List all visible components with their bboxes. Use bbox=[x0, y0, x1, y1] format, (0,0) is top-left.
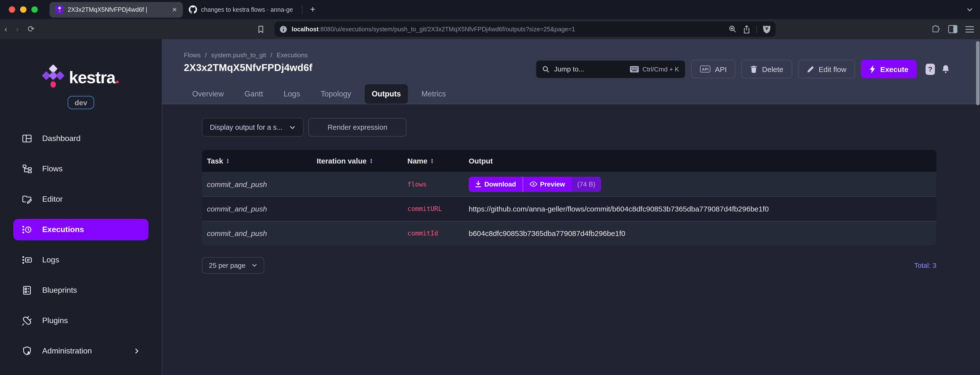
sidebar-item-dashboard[interactable]: Dashboard bbox=[13, 128, 148, 149]
zoom-window-button[interactable] bbox=[31, 6, 38, 13]
breadcrumb-separator: / bbox=[270, 51, 272, 59]
tab-divider bbox=[302, 5, 302, 14]
edit-flow-button[interactable]: Edit flow bbox=[798, 60, 855, 78]
chevron-down-icon bbox=[290, 124, 296, 130]
brave-shield-icon[interactable] bbox=[763, 25, 771, 33]
sort-icon[interactable]: ▲▼ bbox=[369, 158, 373, 164]
task-cell: commit_and_push bbox=[207, 229, 317, 237]
api-icon: API bbox=[700, 66, 710, 73]
bookmark-icon[interactable] bbox=[257, 25, 265, 33]
url-bar[interactable]: localhost:8080/ui/executions/system/push… bbox=[275, 22, 776, 37]
sidebar-item-flows[interactable]: Flows bbox=[13, 158, 148, 180]
lightning-bolt-icon bbox=[869, 65, 876, 73]
column-header-output: Output bbox=[469, 157, 931, 165]
preview-button[interactable]: Preview bbox=[522, 177, 571, 191]
column-header-name[interactable]: Name ▲▼ bbox=[407, 157, 469, 165]
extensions-icon[interactable] bbox=[931, 24, 940, 34]
browser-tab-strip: 2X3x2TMqX5NfvFPDj4wd6f | ✕ changes to ke… bbox=[0, 0, 980, 19]
tab-gantt[interactable]: Gantt bbox=[237, 84, 270, 104]
file-size-badge: (74 B) bbox=[571, 177, 601, 191]
sort-icon[interactable]: ▲▼ bbox=[430, 158, 434, 164]
zoom-page-icon[interactable] bbox=[729, 25, 737, 33]
api-button[interactable]: API API bbox=[691, 60, 735, 78]
table-row: commit_and_push commitId b604c8dfc90853b… bbox=[202, 221, 936, 245]
editor-icon bbox=[22, 194, 32, 205]
tab-topology[interactable]: Topology bbox=[314, 84, 358, 104]
breadcrumb-item-flow-id[interactable]: system.push_to_git bbox=[211, 51, 266, 59]
sidebar-item-editor[interactable]: Editor bbox=[13, 188, 148, 210]
breadcrumb-item-executions[interactable]: Executions bbox=[277, 51, 308, 59]
close-window-button[interactable] bbox=[9, 6, 15, 13]
search-placeholder: Jump to... bbox=[554, 65, 584, 73]
trash-icon bbox=[750, 65, 758, 73]
sidebar-item-plugins[interactable]: Plugins bbox=[13, 310, 148, 331]
header-actions: Jump to... Ctrl/Cmd + K API API bbox=[536, 60, 951, 78]
download-button[interactable]: Download bbox=[469, 177, 522, 191]
pencil-icon bbox=[807, 65, 814, 73]
logs-icon bbox=[22, 255, 32, 265]
page-scrollbar[interactable] bbox=[976, 41, 980, 105]
kestra-favicon-icon bbox=[56, 5, 64, 14]
help-button[interactable]: ? bbox=[926, 63, 935, 74]
chevron-right-icon bbox=[134, 348, 140, 354]
sidebar-item-label: Executions bbox=[42, 225, 84, 234]
tab-logs[interactable]: Logs bbox=[277, 84, 307, 104]
browser-tab-title: changes to kestra flows · anna-ge bbox=[201, 6, 293, 13]
per-page-select[interactable]: 25 per page bbox=[202, 257, 264, 274]
sidebar-panel-icon[interactable] bbox=[948, 25, 958, 33]
notifications-bell-icon[interactable] bbox=[941, 64, 951, 74]
delete-button[interactable]: Delete bbox=[741, 60, 792, 78]
browser-tab-github[interactable]: changes to kestra flows · anna-ge bbox=[183, 2, 299, 17]
url-path: :8080/ui/executions/system/push_to_git/2… bbox=[319, 26, 575, 33]
execution-tabs: Overview Gantt Logs Topology Outputs Met… bbox=[184, 84, 980, 104]
sidebar-item-label: Logs bbox=[42, 256, 59, 264]
file-output-actions: Download Preview (74 B) bbox=[469, 177, 601, 191]
executions-icon bbox=[22, 224, 32, 235]
new-tab-button[interactable]: + bbox=[305, 5, 320, 15]
column-header-iteration-value[interactable]: Iteration value ▲▼ bbox=[317, 157, 407, 165]
administration-icon bbox=[22, 346, 32, 356]
output-value: https://github.com/anna-geller/flows/com… bbox=[469, 205, 931, 213]
share-icon[interactable] bbox=[743, 25, 751, 33]
keyboard-icon bbox=[630, 66, 639, 72]
tab-overview[interactable]: Overview bbox=[185, 84, 231, 104]
kestra-logo[interactable]: kestra. bbox=[42, 65, 119, 92]
table-row: commit_and_push commitURL https://github… bbox=[202, 196, 936, 221]
tab-outputs[interactable]: Outputs bbox=[365, 84, 408, 104]
breadcrumb-item-flows[interactable]: Flows bbox=[184, 51, 200, 59]
kestra-logo-icon bbox=[42, 65, 64, 92]
sidebar-item-label: Editor bbox=[42, 195, 63, 204]
table-row: commit_and_push flows Download bbox=[202, 172, 936, 196]
minimize-window-button[interactable] bbox=[20, 6, 27, 13]
close-tab-icon[interactable]: ✕ bbox=[172, 6, 177, 13]
sidebar-item-logs[interactable]: Logs bbox=[13, 249, 148, 271]
output-value: b604c8dfc90853b7365dba779087d4fb296be1f0 bbox=[469, 229, 931, 237]
render-expression-button[interactable]: Render expression bbox=[309, 118, 406, 136]
output-task-select[interactable]: Display output for a s... bbox=[202, 118, 304, 136]
chevron-down-icon bbox=[251, 263, 257, 268]
window-controls[interactable] bbox=[9, 6, 38, 13]
execute-button[interactable]: Execute bbox=[861, 60, 917, 78]
tab-metrics[interactable]: Metrics bbox=[415, 84, 453, 104]
sidebar: kestra. dev Dashboard Flows bbox=[0, 39, 162, 375]
task-cell: commit_and_push bbox=[207, 205, 317, 213]
sidebar-item-executions[interactable]: Executions bbox=[13, 219, 148, 241]
site-info-icon[interactable] bbox=[280, 25, 287, 33]
sidebar-item-administration[interactable]: Administration bbox=[13, 340, 148, 362]
forward-button[interactable]: › bbox=[11, 24, 23, 34]
blueprints-icon bbox=[22, 285, 32, 296]
sidebar-item-blueprints[interactable]: Blueprints bbox=[13, 280, 148, 301]
reload-button[interactable]: ⟳ bbox=[23, 24, 39, 34]
back-button[interactable]: ‹ bbox=[0, 24, 11, 34]
tab-search-chevron-icon[interactable] bbox=[966, 6, 973, 13]
jump-to-search[interactable]: Jump to... Ctrl/Cmd + K bbox=[536, 60, 686, 78]
browser-tab-kestra[interactable]: 2X3x2TMqX5NfvFPDj4wd6f | ✕ bbox=[49, 2, 183, 17]
sort-icon[interactable]: ▲▼ bbox=[226, 158, 229, 164]
sidebar-item-label: Blueprints bbox=[42, 286, 77, 295]
browser-nav-bar: ‹ › ⟳ localhost:8080/ui/executions/syste… bbox=[0, 19, 980, 39]
name-cell: commitId bbox=[407, 229, 469, 237]
menu-icon[interactable] bbox=[965, 26, 974, 33]
divider bbox=[756, 25, 757, 33]
page-header: Flows / system.push_to_git / Executions … bbox=[162, 39, 980, 104]
column-header-task[interactable]: Task ▲▼ bbox=[207, 157, 317, 165]
